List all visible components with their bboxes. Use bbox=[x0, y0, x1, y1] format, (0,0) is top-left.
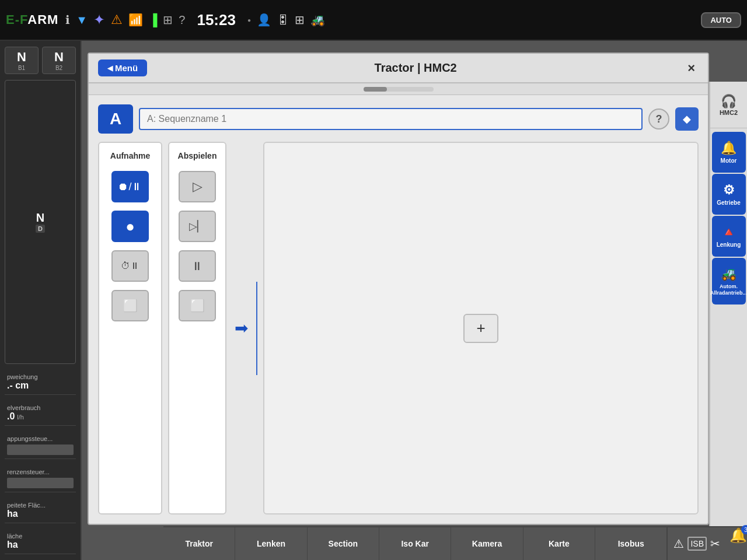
record-button[interactable]: ⏺/⏸ bbox=[111, 171, 149, 202]
clock: 15:23 bbox=[197, 11, 236, 29]
lenkung-icon: 🔺 bbox=[721, 225, 736, 240]
info-icon[interactable]: ℹ bbox=[65, 13, 70, 27]
sequence-name-input[interactable] bbox=[139, 108, 643, 130]
timer-icon: ⏱⏸ bbox=[121, 261, 139, 271]
scroll-indicator bbox=[89, 83, 708, 95]
aufnahme-label: Aufnahme bbox=[110, 151, 150, 160]
stop-play-icon: ⬜ bbox=[190, 299, 205, 313]
add-sequence-button[interactable]: + bbox=[463, 314, 498, 343]
stop-button[interactable]: ⬜ bbox=[111, 290, 149, 321]
coupling-item: appungssteue... bbox=[5, 432, 76, 459]
timer-button[interactable]: ⏱⏸ bbox=[111, 250, 149, 282]
warning-icon: ⚠ bbox=[111, 12, 123, 27]
top-bar-right: AUTO bbox=[701, 12, 741, 28]
left-sidebar: N B1 N B2 N D pweichung .- cm elverbrauc… bbox=[0, 41, 82, 560]
allrad-icon: 🚜 bbox=[721, 267, 736, 282]
dot-icon: ● bbox=[247, 17, 251, 23]
tab-iso-kar[interactable]: Iso Kar bbox=[379, 527, 451, 560]
cut-icon[interactable]: ✂ bbox=[710, 537, 720, 551]
tractor-icon[interactable]: 🚜 bbox=[310, 13, 325, 27]
signal-icon: ▐ bbox=[149, 13, 157, 27]
auto-button[interactable]: AUTO bbox=[701, 12, 741, 28]
isb-icon[interactable]: ISB bbox=[687, 537, 707, 551]
getriebe-label: Getriebe bbox=[717, 200, 741, 206]
grid-icon[interactable]: ⊞ bbox=[163, 13, 173, 27]
close-button[interactable]: × bbox=[684, 61, 699, 76]
abspielen-label: Abspielen bbox=[178, 151, 217, 160]
transfer-arrow[interactable]: ➡ bbox=[232, 318, 250, 338]
pause-icon: ⏸ bbox=[191, 260, 203, 273]
speedometer-icon[interactable]: 🎛 bbox=[277, 13, 289, 27]
tab-kamera[interactable]: Kamera bbox=[451, 527, 523, 560]
bottom-tab-bar: Traktor Lenken Section Iso Kar Kamera Ka… bbox=[163, 526, 747, 560]
lenkung-button[interactable]: 🔺 Lenkung bbox=[712, 216, 746, 257]
controls-area: Aufnahme ⏺/⏸ ● ⏱⏸ ⬜ bbox=[98, 142, 699, 514]
deviation-item: pweichung .- cm bbox=[5, 370, 76, 395]
aufnahme-panel: Aufnahme ⏺/⏸ ● ⏱⏸ ⬜ bbox=[98, 142, 162, 514]
user-icon[interactable]: 👤 bbox=[257, 13, 271, 27]
circle-record-button[interactable]: ● bbox=[111, 211, 149, 242]
modal-dialog: Menü Tractor | HMC2 × A ? ◆ Aufnah bbox=[88, 52, 709, 525]
sequence-row: A ? ◆ bbox=[98, 104, 699, 134]
step-play-button[interactable]: ▷▏ bbox=[179, 211, 216, 242]
tab-isobus[interactable]: Isobus bbox=[595, 527, 667, 560]
download-icon[interactable]: ▼ bbox=[76, 13, 88, 27]
allrad-button[interactable]: 🚜 Autom. Allradantrieb... bbox=[712, 258, 746, 304]
sequence-content-area: + bbox=[263, 142, 699, 514]
b1-box: N B1 bbox=[5, 47, 39, 74]
sequence-help-button[interactable]: ? bbox=[648, 108, 669, 130]
satellite-icon: ✦ bbox=[93, 12, 105, 28]
b2-box: N B2 bbox=[42, 47, 76, 74]
tab-traktor[interactable]: Traktor bbox=[163, 527, 235, 560]
top-bar-icons: ℹ ▼ ✦ ⚠ 📶 ▐ ⊞ ? 15:23 ● 👤 🎛 ⊞ 🚜 bbox=[65, 11, 694, 29]
menu-button[interactable]: Menü bbox=[98, 60, 147, 76]
sequence-diamond-button[interactable]: ◆ bbox=[675, 107, 699, 131]
circle-icon: ● bbox=[125, 218, 135, 236]
nb-row: N B1 N B2 bbox=[5, 47, 76, 74]
allrad-label: Autom. Allradantrieb... bbox=[710, 284, 747, 296]
alert-triangle-icon[interactable]: ⚠ bbox=[673, 537, 684, 551]
top-bar: E-FARM ℹ ▼ ✦ ⚠ 📶 ▐ ⊞ ? 15:23 ● 👤 🎛 ⊞ 🚜 A… bbox=[0, 0, 747, 41]
consumption-item: elverbrauch .0 l/h bbox=[5, 401, 76, 426]
tab-karte[interactable]: Karte bbox=[523, 527, 595, 560]
modal-body: A ? ◆ Aufnahme ⏺/⏸ ● bbox=[89, 95, 708, 524]
motor-label: Motor bbox=[721, 158, 737, 164]
hmc2-icon: 🎧 bbox=[721, 94, 736, 109]
getriebe-icon: ⚙ bbox=[723, 183, 735, 198]
record-icon: ⏺/⏸ bbox=[118, 181, 142, 193]
logo: E-FARM bbox=[6, 12, 58, 27]
wifi-icon: 📶 bbox=[128, 13, 143, 27]
area-item: peitete Fläc... ha bbox=[5, 498, 76, 523]
sequence-a-button[interactable]: A bbox=[98, 104, 133, 134]
bell-badge: 3 bbox=[741, 525, 747, 534]
pause-button[interactable]: ⏸ bbox=[179, 250, 216, 282]
motor-button[interactable]: 🔔 Motor bbox=[712, 132, 746, 173]
right-sidebar: 🔔 Motor ⚙ Getriebe 🔺 Lenkung 🚜 Autom. Al… bbox=[709, 128, 747, 560]
tab-lenken[interactable]: Lenken bbox=[235, 527, 307, 560]
stop-play-button[interactable]: ⬜ bbox=[179, 290, 216, 321]
tab-section[interactable]: Section bbox=[308, 527, 379, 560]
area2-item: läche ha bbox=[5, 529, 76, 554]
lenkung-label: Lenkung bbox=[717, 242, 741, 248]
hmc2-label: HMC2 bbox=[720, 109, 738, 116]
main-content: Menü Tractor | HMC2 × A ? ◆ Aufnah bbox=[82, 41, 747, 560]
menu-icon[interactable]: ⊞ bbox=[295, 13, 305, 27]
bell-button[interactable]: 🔔 3 bbox=[729, 527, 747, 560]
play-button[interactable]: ▷ bbox=[179, 171, 216, 202]
modal-title: Tractor | HMC2 bbox=[153, 61, 678, 75]
n-d-box: N D bbox=[5, 80, 76, 364]
step-play-icon: ▷▏ bbox=[189, 220, 205, 233]
panel-divider bbox=[256, 282, 257, 375]
hmc2-area[interactable]: 🎧 HMC2 bbox=[709, 82, 747, 128]
help-icon[interactable]: ? bbox=[179, 13, 185, 27]
abspielen-panel: Abspielen ▷ ▷▏ ⏸ ⬜ bbox=[168, 142, 226, 514]
motor-icon: 🔔 bbox=[721, 141, 736, 156]
stop-icon: ⬜ bbox=[123, 299, 138, 313]
play-icon: ▷ bbox=[193, 179, 203, 194]
border-item: renzensteuer... bbox=[5, 465, 76, 492]
tab-icons-group: ⚠ ISB ✂ bbox=[667, 527, 726, 560]
getriebe-button[interactable]: ⚙ Getriebe bbox=[712, 174, 746, 215]
modal-header: Menü Tractor | HMC2 × bbox=[89, 54, 708, 83]
